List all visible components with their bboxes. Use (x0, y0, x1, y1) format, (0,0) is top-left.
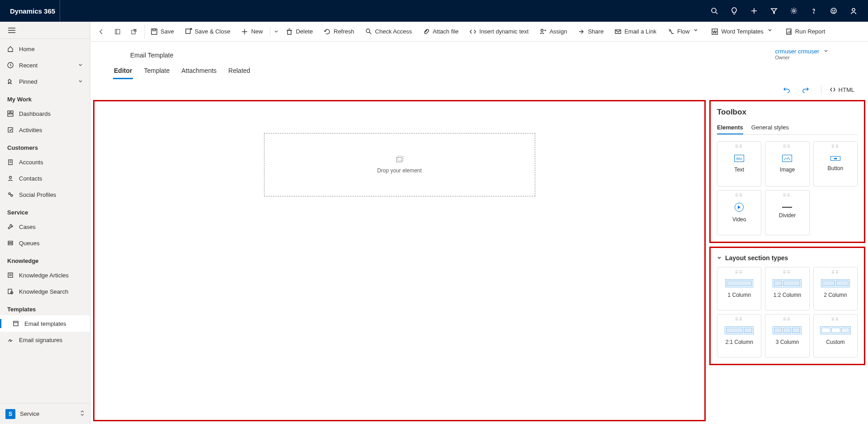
tab-template[interactable]: Template (143, 63, 170, 79)
delete-button[interactable]: Delete (281, 24, 317, 39)
tab-related[interactable]: Related (227, 63, 251, 79)
undo-button[interactable] (779, 82, 794, 97)
layout-2col[interactable]: ⠿⠿2 Column (813, 267, 858, 310)
paperclip-icon (423, 28, 430, 35)
nav-item-social[interactable]: Social Profiles (0, 186, 90, 203)
tool-video[interactable]: ⠿⠿Video (717, 190, 761, 235)
nav-item-karticles[interactable]: Knowledge Articles (0, 267, 90, 283)
layout-label: 3 Column (776, 339, 799, 345)
code-icon (830, 86, 836, 93)
attach-file-button[interactable]: Attach file (418, 24, 463, 39)
tool-label: Text (734, 167, 744, 173)
svg-rect-56 (398, 156, 403, 161)
popout-button[interactable] (127, 24, 141, 39)
account-icon[interactable] (844, 0, 863, 22)
layout-3col[interactable]: ⠿⠿3 Column (765, 314, 809, 357)
lightbulb-icon[interactable] (725, 0, 743, 22)
save-close-button[interactable]: Save & Close (180, 24, 235, 39)
layout-section-header[interactable]: Layout section types (717, 254, 858, 262)
toolbox-tab-styles[interactable]: General styles (751, 121, 789, 134)
email-link-button[interactable]: Email a Link (610, 24, 661, 39)
toolbox-tab-elements[interactable]: Elements (717, 121, 743, 134)
flow-button[interactable]: Flow (663, 24, 705, 39)
report-icon (785, 28, 793, 35)
layout-custom[interactable]: ⠿⠿Custom (813, 314, 858, 357)
toolbox-tabs: Elements General styles (717, 121, 858, 135)
nav-item-home[interactable]: Home (0, 41, 90, 57)
svg-point-8 (832, 10, 833, 10)
tab-attachments[interactable]: Attachments (180, 63, 217, 79)
nav-item-activities[interactable]: Activities (0, 122, 90, 138)
chevron-down-icon (768, 28, 774, 35)
nav-item-label: Queues (19, 240, 40, 247)
svg-point-10 (852, 9, 855, 11)
nav-item-dashboards[interactable]: Dashboards (0, 105, 90, 122)
owner-link[interactable]: crmuser crmuser (775, 48, 819, 55)
svg-rect-31 (8, 289, 12, 294)
new-dropdown[interactable] (273, 29, 279, 34)
tab-editor[interactable]: Editor (113, 63, 133, 79)
nav-item-contacts[interactable]: Contacts (0, 170, 90, 186)
editor-action-bar: HTML (90, 79, 868, 100)
editor-canvas[interactable]: Drop your element (93, 100, 706, 421)
nav-item-pinned[interactable]: Pinned (0, 73, 90, 90)
save-button[interactable]: Save (145, 24, 179, 39)
assign-button[interactable]: Assign (535, 24, 571, 39)
layout-12col[interactable]: ⠿⠿1:2 Column (765, 267, 809, 310)
nav-item-ksearch[interactable]: Knowledge Search (0, 283, 90, 300)
new-button[interactable]: New (236, 24, 267, 39)
nav-item-label: Pinned (19, 78, 37, 85)
nav-item-label: Email templates (24, 320, 66, 327)
insert-dynamic-button[interactable]: Insert dynamic text (465, 24, 533, 39)
nav-item-accounts[interactable]: Accounts (0, 154, 90, 170)
filter-icon[interactable] (765, 0, 783, 22)
book-icon (7, 272, 14, 278)
svg-point-46 (366, 29, 370, 33)
tool-text[interactable]: ⠿⠿AbcText (717, 141, 761, 186)
check-access-button[interactable]: Check Access (361, 24, 417, 39)
template-icon (13, 320, 19, 327)
share-button[interactable]: Share (573, 24, 608, 39)
tool-image[interactable]: ⠿⠿Image (765, 141, 809, 186)
panel-button[interactable] (110, 24, 125, 39)
smiley-icon[interactable] (825, 0, 843, 22)
wrench-icon (7, 224, 14, 230)
back-button[interactable] (94, 24, 108, 39)
run-report-button[interactable]: Run Report (781, 24, 830, 39)
help-icon[interactable] (805, 0, 823, 22)
chevron-down-icon (78, 78, 83, 85)
layout-1col[interactable]: ⠿⠿1 Column (717, 267, 761, 310)
word-templates-button[interactable]: Word Templates (707, 24, 778, 39)
nav-item-label: Email signatures (19, 337, 62, 343)
tool-divider[interactable]: ⠿⠿Divider (765, 190, 809, 235)
svg-rect-28 (8, 273, 13, 277)
signature-icon (7, 337, 14, 343)
chevron-down-icon[interactable] (824, 48, 828, 55)
redo-button[interactable] (798, 82, 813, 97)
nav-item-cases[interactable]: Cases (0, 219, 90, 235)
nav-item-emailsignatures[interactable]: Email signatures (0, 332, 90, 348)
nav-item-emailtemplates[interactable]: Email templates (0, 315, 90, 332)
nav-item-recent[interactable]: Recent (0, 57, 90, 73)
search-icon[interactable] (705, 0, 723, 22)
drop-zone[interactable]: Drop your element (264, 133, 535, 196)
nav-toggle-button[interactable] (0, 22, 90, 39)
nav-item-label: Accounts (19, 159, 43, 166)
area-picker[interactable]: S Service (0, 403, 90, 424)
layout-label: 1 Column (727, 292, 750, 298)
svg-rect-33 (14, 321, 18, 326)
toolbox-panel: Toolbox Elements General styles ⠿⠿AbcTex… (709, 100, 865, 243)
add-icon[interactable] (745, 0, 763, 22)
layout-21col[interactable]: ⠿⠿2:1 Column (717, 314, 761, 357)
share-icon (578, 28, 585, 35)
nav-item-queues[interactable]: Queues (0, 235, 90, 251)
refresh-button[interactable]: Refresh (319, 24, 359, 39)
tool-button[interactable]: ⠿⠿Button (813, 141, 858, 186)
html-toggle-button[interactable]: HTML (830, 86, 854, 93)
layout-label: 1:2 Column (774, 292, 801, 298)
cmd-label: Assign (549, 28, 567, 35)
svg-line-25 (10, 195, 11, 195)
cmd-label: Flow (677, 28, 689, 35)
gear-icon[interactable] (785, 0, 803, 22)
area-label: Service (20, 410, 39, 417)
